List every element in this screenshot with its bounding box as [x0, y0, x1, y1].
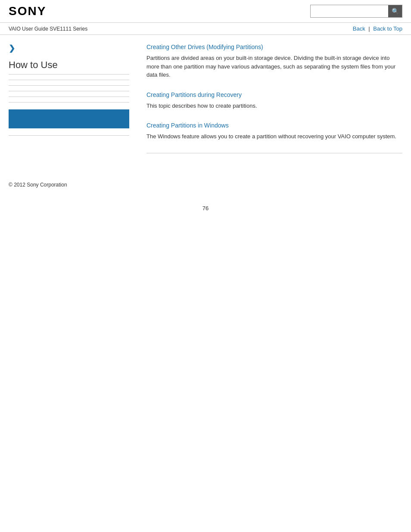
header: SONY 🔍: [0, 0, 411, 23]
content-divider: [146, 153, 402, 153]
main-layout: ❯ How to Use Creating Other Drives (Modi…: [0, 35, 411, 171]
sidebar-blue-block[interactable]: [9, 109, 129, 128]
section-1-title[interactable]: Creating Other Drives (Modifying Partiti…: [146, 44, 402, 50]
search-button[interactable]: 🔍: [388, 5, 402, 17]
sidebar-line-5: [9, 102, 129, 103]
section-2-title[interactable]: Creating Partitions during Recovery: [146, 91, 402, 98]
nav-links: Back | Back to Top: [353, 25, 402, 32]
sidebar-line-1: [9, 80, 129, 80]
section-1-body: Partitions are divided areas on your bui…: [146, 54, 402, 79]
nav-separator: |: [368, 25, 370, 32]
sidebar-line-4: [9, 96, 129, 97]
search-input[interactable]: [311, 5, 388, 17]
copyright: © 2012 Sony Corporation: [9, 182, 402, 188]
sidebar: ❯ How to Use: [9, 39, 138, 162]
back-link[interactable]: Back: [353, 25, 365, 32]
sony-logo: SONY: [9, 4, 46, 18]
section-2-body: This topic describes how to create parti…: [146, 102, 402, 110]
sidebar-chevron-icon[interactable]: ❯: [9, 44, 129, 53]
sidebar-bottom-line: [9, 135, 129, 136]
nav-bar: VAIO User Guide SVE1111 Series Back | Ba…: [0, 23, 411, 35]
sidebar-line-2: [9, 85, 129, 86]
section-3-body: The Windows feature allows you to create…: [146, 132, 402, 141]
guide-title: VAIO User Guide SVE1111 Series: [9, 26, 87, 32]
sidebar-line-3: [9, 91, 129, 91]
content-area: Creating Other Drives (Modifying Partiti…: [138, 39, 402, 162]
content-section-3: Creating Partitions in Windows The Windo…: [146, 122, 402, 141]
sidebar-title: How to Use: [9, 59, 129, 75]
footer: © 2012 Sony Corporation: [0, 171, 411, 196]
page-number: 76: [0, 196, 411, 220]
sidebar-dividers: [9, 80, 129, 136]
search-icon: 🔍: [392, 8, 399, 15]
back-to-top-link[interactable]: Back to Top: [373, 25, 402, 32]
content-section-1: Creating Other Drives (Modifying Partiti…: [146, 44, 402, 79]
section-3-title[interactable]: Creating Partitions in Windows: [146, 122, 402, 129]
search-box: 🔍: [310, 5, 402, 18]
content-section-2: Creating Partitions during Recovery This…: [146, 91, 402, 110]
